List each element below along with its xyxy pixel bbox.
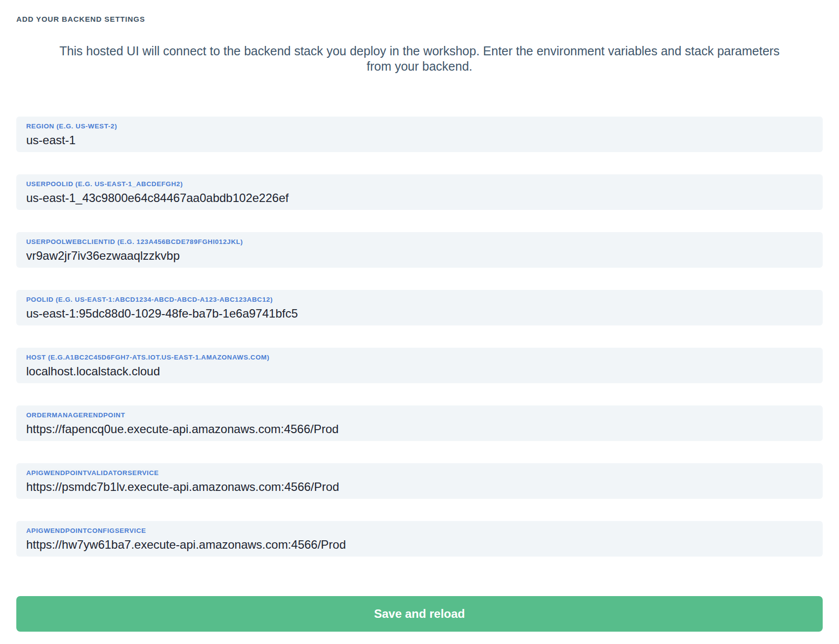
save-and-reload-button[interactable]: Save and reload xyxy=(16,596,823,632)
apigwendpointconfigservice-label: APIGWENDPOINTCONFIGSERVICE xyxy=(26,527,813,535)
region-field[interactable]: REGION (E.G. US-WEST-2) xyxy=(16,117,823,152)
region-label: REGION (E.G. US-WEST-2) xyxy=(26,122,813,130)
poolid-input[interactable] xyxy=(26,305,813,322)
page-description: This hosted UI will connect to the backe… xyxy=(46,43,793,74)
ordermanagerendpoint-input[interactable] xyxy=(26,421,813,437)
poolid-label: POOLID (E.G. US-EAST-1:ABCD1234-ABCD-ABC… xyxy=(26,296,813,304)
region-input[interactable] xyxy=(26,132,813,148)
userpoolwebclientid-field[interactable]: USERPOOLWEBCLIENTID (E.G. 123A456BCDE789… xyxy=(16,232,823,268)
ordermanagerendpoint-label: ORDERMANAGERENDPOINT xyxy=(26,411,813,419)
host-field[interactable]: HOST (E.G.A1BC2C45D6FGH7-ATS.IOT.US-EAST… xyxy=(16,348,823,383)
page-title: ADD YOUR BACKEND SETTINGS xyxy=(16,15,823,24)
host-input[interactable] xyxy=(26,363,813,379)
apigwendpointvalidatorservice-label: APIGWENDPOINTVALIDATORSERVICE xyxy=(26,469,813,477)
host-label: HOST (E.G.A1BC2C45D6FGH7-ATS.IOT.US-EAST… xyxy=(26,354,813,362)
poolid-field[interactable]: POOLID (E.G. US-EAST-1:ABCD1234-ABCD-ABC… xyxy=(16,290,823,325)
settings-form: REGION (E.G. US-WEST-2) USERPOOLID (E.G.… xyxy=(16,117,823,557)
ordermanagerendpoint-field[interactable]: ORDERMANAGERENDPOINT xyxy=(16,405,823,441)
apigwendpointvalidatorservice-input[interactable] xyxy=(26,479,813,495)
apigwendpointconfigservice-field[interactable]: APIGWENDPOINTCONFIGSERVICE xyxy=(16,521,823,557)
userpoolid-input[interactable] xyxy=(26,190,813,206)
userpoolid-label: USERPOOLID (E.G. US-EAST-1_ABCDEFGH2) xyxy=(26,180,813,188)
apigwendpointconfigservice-input[interactable] xyxy=(26,536,813,553)
userpoolid-field[interactable]: USERPOOLID (E.G. US-EAST-1_ABCDEFGH2) xyxy=(16,174,823,210)
userpoolwebclientid-label: USERPOOLWEBCLIENTID (E.G. 123A456BCDE789… xyxy=(26,238,813,246)
userpoolwebclientid-input[interactable] xyxy=(26,247,813,264)
apigwendpointvalidatorservice-field[interactable]: APIGWENDPOINTVALIDATORSERVICE xyxy=(16,463,823,499)
backend-settings-page: ADD YOUR BACKEND SETTINGS This hosted UI… xyxy=(0,0,839,644)
